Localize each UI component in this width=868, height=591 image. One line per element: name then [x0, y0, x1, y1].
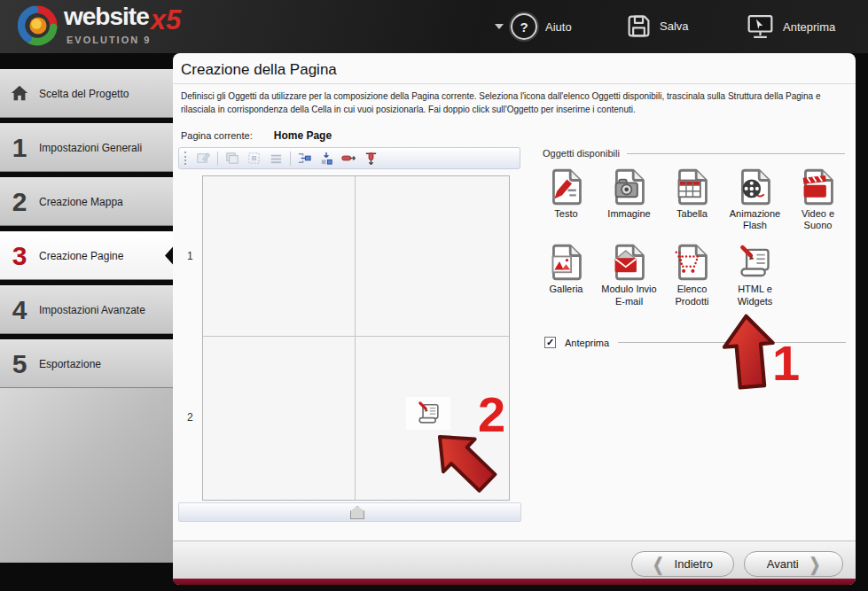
sidebar-item-esportazione[interactable]: 5 Esportazione: [0, 339, 173, 388]
object-video-e-suono[interactable]: Video e Suono: [786, 167, 849, 231]
save-label: Salva: [660, 19, 689, 33]
gallery-object-icon: [546, 242, 586, 283]
step-number: 1: [0, 135, 39, 161]
object-label: Elenco Prodotti: [662, 284, 723, 307]
sidebar-item-impostazioni-generali[interactable]: 1 Impostazioni Generali: [0, 123, 173, 172]
preview-button[interactable]: Anteprima: [746, 13, 835, 40]
next-button[interactable]: Avanti ❯: [744, 551, 843, 577]
step-number: 4: [0, 297, 39, 323]
current-page-label: Pagina corrente:: [181, 130, 253, 141]
html-widgets-object-icon: [415, 400, 442, 427]
chevron-down-icon[interactable]: [495, 24, 504, 29]
table-object-icon: [672, 167, 712, 207]
flash-object-icon: [735, 167, 775, 207]
splitter-handle-icon[interactable]: [350, 506, 364, 519]
annotation-number-1: 1: [772, 338, 800, 388]
video-object-icon: [798, 167, 838, 207]
image-object-icon: [609, 167, 649, 207]
step-number: 3: [0, 243, 39, 269]
object-label: Animazione Flash: [725, 208, 786, 231]
current-page-value: Home Page: [274, 129, 332, 142]
preview-checkbox-label: Anteprima: [565, 338, 609, 348]
chevron-right-icon: ❯: [809, 553, 821, 574]
sidebar-item-label: Scelta del Progetto: [39, 88, 129, 100]
delete-row-icon[interactable]: [340, 150, 357, 167]
page-description: Definisci gli Oggetti da utilizzare per …: [181, 89, 844, 116]
delete-column-icon[interactable]: [363, 150, 379, 167]
chevron-left-icon: ❮: [653, 553, 664, 574]
insert-column-icon[interactable]: [296, 150, 313, 167]
select-object-icon[interactable]: [246, 150, 262, 167]
sidebar-filler: [0, 388, 173, 563]
home-icon: [0, 81, 39, 107]
help-label: Aiuto: [545, 20, 572, 34]
sidebar-item-label: Impostazioni Generali: [39, 142, 142, 154]
text-object-icon: [546, 167, 586, 207]
sidebar-item-label: Creazione Pagine: [39, 250, 123, 262]
grid-height-splitter[interactable]: [178, 502, 521, 522]
object-immagine[interactable]: Immagine: [598, 167, 661, 231]
preview-label: Anteprima: [783, 20, 835, 34]
sidebar-item-label: Creazione Mappa: [39, 196, 123, 208]
help-icon: ?: [511, 13, 537, 40]
insert-row-icon[interactable]: [318, 150, 335, 167]
objects-grid-empty-cell: [786, 242, 849, 307]
page-title: Creazione della Pagina: [181, 61, 337, 79]
grid-toolbar: [178, 147, 520, 169]
sidebar-item-label: Esportazione: [39, 358, 101, 370]
back-button-label: Indietro: [675, 557, 713, 571]
app-logo: website x5 EVOLUTION 9: [18, 4, 181, 47]
object-modulo-invio-email[interactable]: Modulo Invio E-mail: [598, 242, 661, 307]
edit-cell-icon[interactable]: [195, 150, 212, 167]
email-form-object-icon: [609, 242, 649, 283]
annotation-number-2: 2: [478, 390, 505, 439]
brand-x5: x5: [151, 6, 181, 34]
toolbar-separator: [217, 152, 218, 166]
rows-icon[interactable]: [268, 150, 285, 167]
object-label: HTML e Widgets: [725, 284, 786, 307]
logo-swirl-icon: [18, 4, 59, 47]
sidebar-item-creazione-mappa[interactable]: 2 Creazione Mappa: [0, 177, 173, 226]
footer-accent-strip: [173, 579, 856, 585]
objects-grid: Testo Immagine: [535, 167, 850, 307]
save-button[interactable]: Salva: [626, 13, 689, 39]
objects-panel-header: Oggetti disponibili: [543, 148, 845, 159]
annotation-arrow-1: [719, 310, 779, 394]
object-tabella[interactable]: Tabella: [661, 167, 723, 231]
app-window: website x5 EVOLUTION 9 ? Aiuto Salva: [0, 0, 868, 591]
sidebar-item-impostazioni-avanzate[interactable]: 4 Impostazioni Avanzate: [0, 285, 173, 334]
object-label: Tabella: [662, 208, 723, 220]
preview-checkbox[interactable]: ✓: [544, 337, 556, 348]
object-galleria[interactable]: Galleria: [535, 242, 598, 307]
brand-name: website: [64, 4, 149, 29]
object-elenco-prodotti[interactable]: Elenco Prodotti: [661, 242, 723, 307]
step-number: 5: [0, 351, 39, 377]
object-testo[interactable]: Testo: [535, 167, 598, 231]
object-html-e-widgets[interactable]: HTML e Widgets: [723, 242, 786, 307]
toolbar-grip: [184, 152, 188, 165]
step-number: 2: [0, 189, 39, 215]
object-label: Galleria: [536, 284, 597, 295]
save-icon: [626, 13, 652, 39]
footer-bar: ❮ Indietro Avanti ❯: [173, 540, 856, 585]
preview-option: ✓ Anteprima: [544, 337, 846, 348]
divider: [627, 153, 845, 154]
help-button[interactable]: ? Aiuto: [511, 13, 572, 40]
back-button[interactable]: ❮ Indietro: [631, 551, 734, 577]
preview-icon: [746, 13, 775, 40]
next-button-label: Avanti: [767, 557, 799, 571]
main-panel: Creazione della Pagina Definisci gli Ogg…: [173, 53, 856, 585]
placed-html-widgets-object[interactable]: [406, 397, 450, 430]
objects-panel-title: Oggetti disponibili: [543, 148, 620, 159]
topbar: website x5 EVOLUTION 9 ? Aiuto Salva: [0, 0, 868, 53]
copy-object-icon[interactable]: [223, 150, 240, 167]
brand-edition: EVOLUTION 9: [64, 35, 181, 45]
object-label: Testo: [536, 208, 597, 220]
sidebar-item-creazione-pagine[interactable]: 3 Creazione Pagine: [0, 231, 173, 280]
toolbar-separator: [290, 152, 291, 166]
object-animazione-flash[interactable]: Animazione Flash: [723, 167, 786, 231]
sidebar-item-scelta-del-progetto[interactable]: Scelta del Progetto: [0, 69, 173, 118]
grid-column-divider: [355, 176, 356, 500]
sidebar-item-label: Impostazioni Avanzate: [39, 304, 145, 316]
html-widgets-object-icon: [735, 242, 775, 283]
